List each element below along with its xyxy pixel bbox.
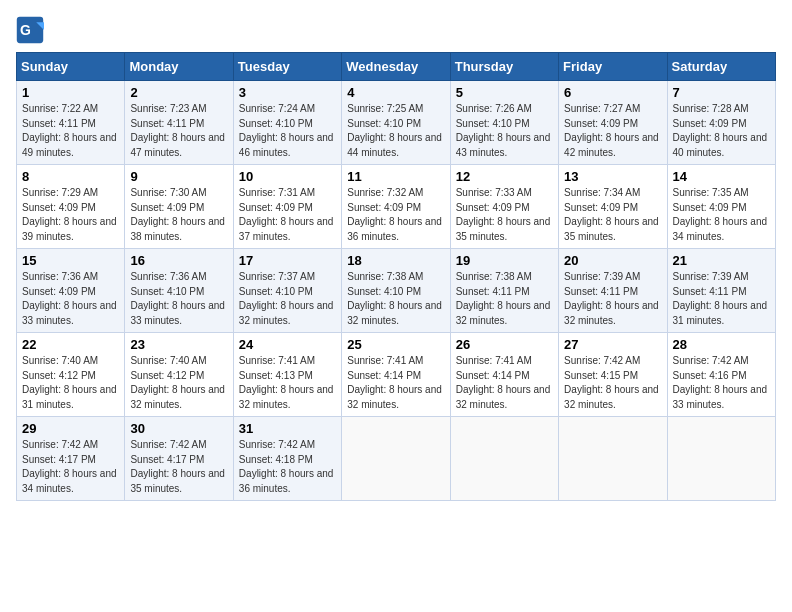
day-number: 17 <box>239 253 336 268</box>
calendar-cell: 30Sunrise: 7:42 AMSunset: 4:17 PMDayligh… <box>125 417 233 501</box>
day-info: Sunrise: 7:22 AMSunset: 4:11 PMDaylight:… <box>22 102 119 160</box>
day-info: Sunrise: 7:42 AMSunset: 4:15 PMDaylight:… <box>564 354 661 412</box>
day-info: Sunrise: 7:42 AMSunset: 4:17 PMDaylight:… <box>130 438 227 496</box>
day-number: 10 <box>239 169 336 184</box>
day-info: Sunrise: 7:34 AMSunset: 4:09 PMDaylight:… <box>564 186 661 244</box>
day-info: Sunrise: 7:37 AMSunset: 4:10 PMDaylight:… <box>239 270 336 328</box>
calendar-cell: 25Sunrise: 7:41 AMSunset: 4:14 PMDayligh… <box>342 333 450 417</box>
calendar-week-row: 8Sunrise: 7:29 AMSunset: 4:09 PMDaylight… <box>17 165 776 249</box>
day-number: 5 <box>456 85 553 100</box>
day-info: Sunrise: 7:42 AMSunset: 4:18 PMDaylight:… <box>239 438 336 496</box>
calendar-cell <box>667 417 775 501</box>
day-number: 30 <box>130 421 227 436</box>
calendar-cell: 16Sunrise: 7:36 AMSunset: 4:10 PMDayligh… <box>125 249 233 333</box>
calendar-cell: 24Sunrise: 7:41 AMSunset: 4:13 PMDayligh… <box>233 333 341 417</box>
calendar-cell: 26Sunrise: 7:41 AMSunset: 4:14 PMDayligh… <box>450 333 558 417</box>
calendar-cell: 31Sunrise: 7:42 AMSunset: 4:18 PMDayligh… <box>233 417 341 501</box>
day-number: 12 <box>456 169 553 184</box>
day-number: 22 <box>22 337 119 352</box>
day-number: 28 <box>673 337 770 352</box>
weekday-header-friday: Friday <box>559 53 667 81</box>
day-info: Sunrise: 7:32 AMSunset: 4:09 PMDaylight:… <box>347 186 444 244</box>
calendar-cell: 19Sunrise: 7:38 AMSunset: 4:11 PMDayligh… <box>450 249 558 333</box>
day-number: 11 <box>347 169 444 184</box>
day-info: Sunrise: 7:26 AMSunset: 4:10 PMDaylight:… <box>456 102 553 160</box>
day-number: 15 <box>22 253 119 268</box>
calendar-week-row: 22Sunrise: 7:40 AMSunset: 4:12 PMDayligh… <box>17 333 776 417</box>
day-number: 29 <box>22 421 119 436</box>
calendar-cell: 10Sunrise: 7:31 AMSunset: 4:09 PMDayligh… <box>233 165 341 249</box>
calendar-cell: 4Sunrise: 7:25 AMSunset: 4:10 PMDaylight… <box>342 81 450 165</box>
calendar-cell: 27Sunrise: 7:42 AMSunset: 4:15 PMDayligh… <box>559 333 667 417</box>
page-header: G <box>16 16 776 44</box>
calendar-cell: 21Sunrise: 7:39 AMSunset: 4:11 PMDayligh… <box>667 249 775 333</box>
calendar-cell: 13Sunrise: 7:34 AMSunset: 4:09 PMDayligh… <box>559 165 667 249</box>
logo: G <box>16 16 48 44</box>
day-number: 4 <box>347 85 444 100</box>
calendar-cell: 5Sunrise: 7:26 AMSunset: 4:10 PMDaylight… <box>450 81 558 165</box>
day-number: 26 <box>456 337 553 352</box>
calendar-cell <box>450 417 558 501</box>
weekday-header-saturday: Saturday <box>667 53 775 81</box>
day-number: 25 <box>347 337 444 352</box>
calendar-cell: 22Sunrise: 7:40 AMSunset: 4:12 PMDayligh… <box>17 333 125 417</box>
weekday-header-monday: Monday <box>125 53 233 81</box>
weekday-header-sunday: Sunday <box>17 53 125 81</box>
calendar-cell: 11Sunrise: 7:32 AMSunset: 4:09 PMDayligh… <box>342 165 450 249</box>
calendar-cell: 3Sunrise: 7:24 AMSunset: 4:10 PMDaylight… <box>233 81 341 165</box>
day-info: Sunrise: 7:25 AMSunset: 4:10 PMDaylight:… <box>347 102 444 160</box>
calendar-week-row: 1Sunrise: 7:22 AMSunset: 4:11 PMDaylight… <box>17 81 776 165</box>
calendar-cell: 1Sunrise: 7:22 AMSunset: 4:11 PMDaylight… <box>17 81 125 165</box>
day-number: 21 <box>673 253 770 268</box>
calendar-cell: 14Sunrise: 7:35 AMSunset: 4:09 PMDayligh… <box>667 165 775 249</box>
svg-text:G: G <box>20 22 31 38</box>
calendar-cell: 8Sunrise: 7:29 AMSunset: 4:09 PMDaylight… <box>17 165 125 249</box>
day-number: 14 <box>673 169 770 184</box>
day-number: 1 <box>22 85 119 100</box>
day-number: 23 <box>130 337 227 352</box>
day-info: Sunrise: 7:38 AMSunset: 4:10 PMDaylight:… <box>347 270 444 328</box>
day-info: Sunrise: 7:41 AMSunset: 4:13 PMDaylight:… <box>239 354 336 412</box>
day-number: 7 <box>673 85 770 100</box>
day-number: 27 <box>564 337 661 352</box>
weekday-header-thursday: Thursday <box>450 53 558 81</box>
day-number: 31 <box>239 421 336 436</box>
day-number: 16 <box>130 253 227 268</box>
weekday-header-tuesday: Tuesday <box>233 53 341 81</box>
day-number: 20 <box>564 253 661 268</box>
day-number: 6 <box>564 85 661 100</box>
day-number: 8 <box>22 169 119 184</box>
day-number: 13 <box>564 169 661 184</box>
day-info: Sunrise: 7:29 AMSunset: 4:09 PMDaylight:… <box>22 186 119 244</box>
calendar-cell: 6Sunrise: 7:27 AMSunset: 4:09 PMDaylight… <box>559 81 667 165</box>
calendar-cell: 29Sunrise: 7:42 AMSunset: 4:17 PMDayligh… <box>17 417 125 501</box>
calendar-cell: 17Sunrise: 7:37 AMSunset: 4:10 PMDayligh… <box>233 249 341 333</box>
calendar-cell: 7Sunrise: 7:28 AMSunset: 4:09 PMDaylight… <box>667 81 775 165</box>
day-number: 9 <box>130 169 227 184</box>
day-info: Sunrise: 7:41 AMSunset: 4:14 PMDaylight:… <box>456 354 553 412</box>
day-info: Sunrise: 7:42 AMSunset: 4:17 PMDaylight:… <box>22 438 119 496</box>
calendar-header-row: SundayMondayTuesdayWednesdayThursdayFrid… <box>17 53 776 81</box>
day-info: Sunrise: 7:40 AMSunset: 4:12 PMDaylight:… <box>22 354 119 412</box>
day-info: Sunrise: 7:23 AMSunset: 4:11 PMDaylight:… <box>130 102 227 160</box>
day-info: Sunrise: 7:42 AMSunset: 4:16 PMDaylight:… <box>673 354 770 412</box>
day-info: Sunrise: 7:30 AMSunset: 4:09 PMDaylight:… <box>130 186 227 244</box>
calendar-table: SundayMondayTuesdayWednesdayThursdayFrid… <box>16 52 776 501</box>
day-info: Sunrise: 7:31 AMSunset: 4:09 PMDaylight:… <box>239 186 336 244</box>
calendar-cell: 23Sunrise: 7:40 AMSunset: 4:12 PMDayligh… <box>125 333 233 417</box>
calendar-cell: 2Sunrise: 7:23 AMSunset: 4:11 PMDaylight… <box>125 81 233 165</box>
day-number: 3 <box>239 85 336 100</box>
day-info: Sunrise: 7:24 AMSunset: 4:10 PMDaylight:… <box>239 102 336 160</box>
day-info: Sunrise: 7:40 AMSunset: 4:12 PMDaylight:… <box>130 354 227 412</box>
calendar-cell: 18Sunrise: 7:38 AMSunset: 4:10 PMDayligh… <box>342 249 450 333</box>
day-info: Sunrise: 7:38 AMSunset: 4:11 PMDaylight:… <box>456 270 553 328</box>
day-info: Sunrise: 7:28 AMSunset: 4:09 PMDaylight:… <box>673 102 770 160</box>
calendar-week-row: 29Sunrise: 7:42 AMSunset: 4:17 PMDayligh… <box>17 417 776 501</box>
calendar-cell: 15Sunrise: 7:36 AMSunset: 4:09 PMDayligh… <box>17 249 125 333</box>
day-info: Sunrise: 7:27 AMSunset: 4:09 PMDaylight:… <box>564 102 661 160</box>
calendar-cell: 20Sunrise: 7:39 AMSunset: 4:11 PMDayligh… <box>559 249 667 333</box>
day-number: 19 <box>456 253 553 268</box>
day-info: Sunrise: 7:36 AMSunset: 4:10 PMDaylight:… <box>130 270 227 328</box>
logo-icon: G <box>16 16 44 44</box>
calendar-week-row: 15Sunrise: 7:36 AMSunset: 4:09 PMDayligh… <box>17 249 776 333</box>
